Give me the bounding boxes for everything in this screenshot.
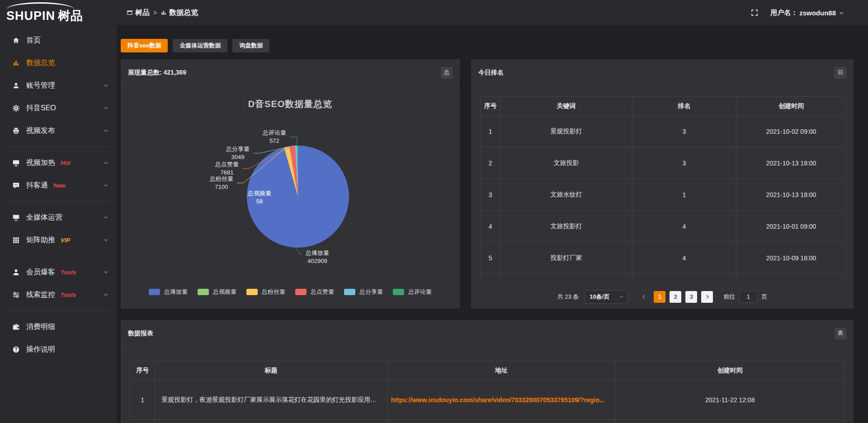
cell-created-time: 2021-10-09 18:00 bbox=[736, 242, 846, 274]
cell-created-time: 2021-11-22 12:08 bbox=[616, 380, 844, 420]
sidebar-item-label: 数据总览 bbox=[26, 58, 55, 68]
table-row-partial bbox=[130, 420, 844, 423]
sidebar-item-data-overview[interactable]: 数据总览 bbox=[0, 52, 117, 74]
app-logo[interactable]: SHUPIN树品 bbox=[0, 0, 117, 25]
sidebar-item-account-manage[interactable]: 账号管理 bbox=[0, 74, 117, 97]
page-button-1[interactable]: 1 bbox=[654, 291, 665, 303]
table-row: 2文旅投影32021-10-13 18:00 bbox=[481, 147, 846, 179]
pie-label-total-plays: 总播放量 402909 bbox=[301, 249, 334, 265]
breadcrumb-current-label: 数据总览 bbox=[169, 8, 198, 18]
breadcrumb-current[interactable]: 数据总览 bbox=[160, 8, 198, 18]
breadcrumb-root[interactable]: 树品 bbox=[127, 8, 150, 18]
page-button-2[interactable]: 2 bbox=[670, 291, 681, 303]
ranking-table: 序号 关键词 排名 创建时间 1景观投影灯32021-10-02 09:002文… bbox=[480, 96, 846, 284]
legend-item-shares[interactable]: 总分享量 bbox=[344, 288, 383, 296]
overview-panel-title: 展现量总数: 421,369 bbox=[128, 69, 186, 77]
cell-index: 3 bbox=[481, 179, 500, 211]
sidebar-item-label: 操作说明 bbox=[26, 345, 55, 354]
prev-page-button[interactable] bbox=[638, 294, 650, 300]
sidebar-item-home[interactable]: 首页 bbox=[0, 29, 117, 52]
pie-label-value: 402909 bbox=[301, 257, 334, 265]
tab-inquiry-data[interactable]: 询盘数据 bbox=[232, 39, 269, 52]
sidebar-item-douyin-seo[interactable]: 抖音SEO bbox=[0, 97, 117, 119]
goto-label: 前往 bbox=[723, 293, 735, 301]
legend-label: 总播放量 bbox=[164, 288, 188, 296]
cell-created-time: 2021-10-01 09:00 bbox=[736, 211, 846, 242]
overview-panel-header: 展现量总数: 421,369 总 bbox=[121, 59, 460, 86]
col-header-created-time: 创建时间 bbox=[616, 361, 844, 380]
sidebar-item-operation-guide[interactable]: 操作说明 bbox=[0, 338, 117, 361]
legend-item-likes[interactable]: 总点赞量 bbox=[295, 288, 334, 296]
table-row: 1景观投影灯，夜游景观投影灯厂家展示展示落花灯在花园里的灯光投影应用效果 #ht… bbox=[130, 380, 844, 420]
sidebar-item-label: 线索监控 bbox=[26, 290, 55, 300]
data-report-panel: 数据报表 表 序号 标题 地址 创建时间 1景观投影灯，夜游景观投影灯厂家展示展… bbox=[121, 320, 854, 423]
table-row-partial bbox=[481, 274, 846, 284]
tv-icon bbox=[12, 159, 20, 167]
member-icon bbox=[12, 268, 20, 276]
report-table-button[interactable]: 表 bbox=[835, 328, 846, 339]
sidebar-item-label: 会员爆客 bbox=[26, 268, 55, 277]
cell-empty bbox=[616, 420, 844, 423]
cell-rank: 3 bbox=[632, 147, 736, 179]
page-button-3[interactable]: 3 bbox=[685, 291, 697, 303]
pie-label-total-comments: 总评论量 572 bbox=[259, 129, 290, 145]
goto-page-input[interactable] bbox=[739, 291, 757, 303]
cell-index: 2 bbox=[481, 147, 500, 179]
chevron-down-icon bbox=[103, 215, 108, 220]
sidebar-item-video-publish[interactable]: 视频发布 bbox=[0, 119, 117, 142]
cell-created-time: 2021-10-13 18:00 bbox=[736, 179, 846, 211]
chevron-down-icon bbox=[103, 292, 108, 297]
sidebar-item-clue-monitor[interactable]: 线索监控Tools bbox=[0, 283, 117, 306]
sidebar-item-video-heat[interactable]: 视频加热Hot bbox=[0, 151, 117, 174]
chevron-down-icon bbox=[103, 183, 108, 188]
user-menu[interactable]: 用户名：zswodun88 bbox=[770, 9, 844, 17]
overview-chart-panel: 展现量总数: 421,369 总 D音SEO数据量总览 总评论量 572 bbox=[121, 59, 460, 309]
page-size-select[interactable]: 10条/页 bbox=[585, 290, 628, 304]
sidebar-item-media-operation[interactable]: 全媒体运营 bbox=[0, 206, 117, 229]
next-page-button[interactable] bbox=[701, 291, 713, 303]
question-icon bbox=[12, 345, 20, 353]
printer-icon bbox=[12, 127, 20, 135]
username-label: 用户名： bbox=[770, 9, 797, 17]
sidebar-item-member-baoke[interactable]: 会员爆客Tools bbox=[0, 261, 117, 283]
pie-label-total-shares: 总分享量 3049 bbox=[222, 145, 254, 161]
breadcrumb-separator: > bbox=[153, 9, 157, 16]
breadcrumb-root-label: 树品 bbox=[135, 8, 150, 18]
cell-empty bbox=[387, 420, 616, 423]
legend-swatch bbox=[149, 289, 160, 295]
sidebar-item-matrix-boost[interactable]: 矩阵助推VIP bbox=[0, 229, 117, 251]
cell-index: 1 bbox=[481, 116, 500, 147]
sidebar-item-badge: Hot bbox=[61, 160, 71, 166]
pie-label-name: 总点赞量 bbox=[211, 160, 243, 169]
legend-item-fans[interactable]: 总粉丝量 bbox=[246, 288, 285, 296]
tab-douyin-seo-data[interactable]: 抖音seo数据 bbox=[121, 39, 168, 52]
legend-item-plays[interactable]: 总播放量 bbox=[149, 288, 188, 296]
legend-item-comments[interactable]: 总评论量 bbox=[393, 288, 432, 296]
tab-media-operation-data[interactable]: 全媒体运营数据 bbox=[173, 39, 227, 52]
sidebar-item-consume-detail[interactable]: 消费明细 bbox=[0, 315, 117, 338]
cell-created-time: 2021-10-13 18:00 bbox=[736, 147, 846, 179]
cell-keyword: 文旅投影灯 bbox=[500, 211, 632, 242]
legend-item-videos[interactable]: 总视频量 bbox=[198, 288, 236, 296]
tabs-bar: 抖音seo数据全媒体运营数据询盘数据 bbox=[121, 39, 854, 52]
col-header-created-time: 创建时间 bbox=[736, 97, 846, 116]
col-header-title: 标题 bbox=[155, 361, 387, 380]
username-value: zswodun88 bbox=[799, 9, 836, 17]
sidebar-item-label: 抖音SEO bbox=[26, 103, 56, 113]
col-header-index: 序号 bbox=[481, 97, 500, 116]
fullscreen-icon[interactable] bbox=[750, 9, 759, 17]
table-row: 4文旅投影灯42021-10-01 09:00 bbox=[481, 211, 846, 242]
video-link[interactable]: https://www.iesdouyin.com/share/video/70… bbox=[391, 396, 605, 404]
chart-legend: 总播放量总视频量总粉丝量总点赞量总分享量总评论量 bbox=[121, 288, 460, 296]
legend-swatch bbox=[393, 289, 404, 295]
legend-swatch bbox=[295, 289, 307, 295]
cell-rank: 4 bbox=[632, 211, 736, 242]
sidebar-item-label: 矩阵助推 bbox=[26, 235, 55, 245]
cell-rank: 4 bbox=[632, 242, 736, 274]
pie-label-name: 总评论量 bbox=[259, 129, 290, 137]
overview-total-button[interactable]: 总 bbox=[441, 67, 453, 79]
breadcrumb: 树品 > 数据总览 bbox=[127, 8, 198, 18]
ranking-day-button[interactable]: 日 bbox=[835, 67, 846, 79]
cell-index: 4 bbox=[481, 211, 500, 242]
sidebar-item-doukotong[interactable]: 抖客通New bbox=[0, 174, 117, 197]
